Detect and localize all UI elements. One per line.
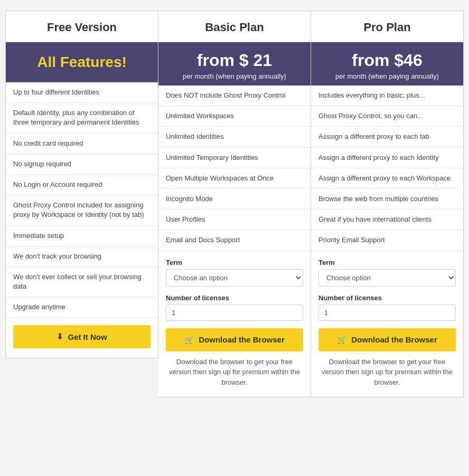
- pro-button-label: Download the Browser: [351, 335, 437, 344]
- term-label-pro: Term: [318, 259, 456, 266]
- list-item: Assign a different proxy to each Workspa…: [311, 168, 463, 189]
- list-item: Assign a different proxy to each Identit…: [311, 148, 463, 168]
- list-item: Browse the web from multiple countries: [311, 189, 463, 210]
- plan-footer-pro: TermChoose optionMonthlyAnnuallyNumber o…: [311, 251, 463, 397]
- features-list-basic: Does NOT include Ghost Proxy ControlUnli…: [158, 85, 311, 251]
- plan-card-free: Free VersionAll Features!Up to four diff…: [5, 11, 158, 358]
- plan-title-free: Free Version: [14, 21, 149, 34]
- list-item: Does NOT include Ghost Proxy Control: [158, 85, 311, 106]
- plan-price-period-basic: per month (when paying annually): [165, 72, 304, 80]
- plan-highlight-pro: from $46per month (when paying annually): [311, 42, 463, 85]
- list-item: Open Multiple Workspaces at Once: [158, 168, 311, 189]
- free-button-label: Get It Now: [68, 332, 107, 341]
- list-item: Priority Email Support: [311, 230, 463, 250]
- licenses-label-basic: Number of licenses: [166, 294, 303, 302]
- plan-card-basic: Basic Planfrom $ 21per month (when payin…: [158, 11, 311, 397]
- licenses-group-basic: Number of licenses: [166, 294, 303, 321]
- list-item: No signup required: [6, 154, 158, 175]
- pricing-container: Free VersionAll Features!Up to four diff…: [5, 11, 464, 397]
- plan-header-pro: Pro Plan: [311, 11, 463, 42]
- licenses-input-basic[interactable]: [166, 304, 303, 321]
- pro-action-button[interactable]: 🛒Download the Browser: [318, 328, 456, 351]
- basic-button-label: Download the Browser: [199, 335, 285, 344]
- download-icon: ⬇: [57, 332, 63, 341]
- plan-title-pro: Pro Plan: [320, 21, 455, 34]
- free-action-button[interactable]: ⬇Get It Now: [13, 325, 151, 348]
- term-group-pro: TermChoose optionMonthlyAnnually: [318, 259, 456, 287]
- list-item: Upgrade anytime: [6, 297, 158, 317]
- cart-icon: 🛒: [184, 335, 194, 345]
- plan-header-free: Free Version: [6, 11, 158, 42]
- list-item: Unlimited Identities: [158, 127, 311, 147]
- download-note-basic: Download the browser to get your free ve…: [166, 357, 303, 388]
- cart-icon: 🛒: [337, 335, 347, 345]
- list-item: We don't ever collect or sell your brows…: [6, 267, 158, 297]
- licenses-input-pro[interactable]: [318, 304, 456, 321]
- list-item: Great if you have international clients: [311, 210, 463, 230]
- features-list-pro: Includes everything in basic, plus...Gho…: [311, 85, 463, 251]
- plan-highlight-basic: from $ 21per month (when paying annually…: [158, 42, 311, 85]
- plan-header-basic: Basic Plan: [158, 11, 311, 42]
- term-select-basic[interactable]: Choose an optionMonthlyAnnually: [166, 269, 303, 287]
- plan-title-basic: Basic Plan: [167, 21, 302, 34]
- term-label-basic: Term: [166, 259, 303, 266]
- list-item: Unlimited Workspaces: [158, 106, 311, 127]
- plan-footer-free: ⬇Get It Now: [6, 317, 158, 358]
- term-select-pro[interactable]: Choose optionMonthlyAnnually: [318, 269, 456, 287]
- list-item: Email and Docs Support: [158, 230, 311, 250]
- list-item: Ghost Proxy Control, so you can...: [311, 106, 463, 127]
- all-features-text: All Features!: [12, 54, 152, 71]
- list-item: Up to four different Identities: [6, 82, 158, 103]
- plan-highlight-free: All Features!: [6, 42, 158, 82]
- plan-price-period-pro: per month (when paying annually): [317, 72, 457, 80]
- list-item: Asssign a different proxy to each tab: [311, 127, 463, 147]
- features-list-free: Up to four different IdentitiesDefault I…: [6, 82, 158, 317]
- list-item: Default Identity, plus any combination o…: [6, 103, 158, 133]
- list-item: No Login or Account required: [6, 175, 158, 195]
- list-item: No credit card required: [6, 134, 158, 154]
- licenses-group-pro: Number of licenses: [318, 294, 456, 321]
- plan-price-basic: from $ 21: [165, 51, 304, 70]
- basic-action-button[interactable]: 🛒Download the Browser: [166, 328, 303, 351]
- list-item: User Profiles: [158, 210, 311, 230]
- download-note-pro: Download the browser to get your free ve…: [318, 357, 456, 388]
- list-item: We don't track your browsing: [6, 246, 158, 267]
- term-group-basic: TermChoose an optionMonthlyAnnually: [166, 259, 303, 287]
- list-item: Includes everything in basic, plus...: [311, 85, 463, 106]
- list-item: Immediate setup: [6, 226, 158, 246]
- list-item: Incognito Mode: [158, 189, 311, 210]
- plan-card-pro: Pro Planfrom $46per month (when paying a…: [311, 11, 464, 397]
- plan-footer-basic: TermChoose an optionMonthlyAnnuallyNumbe…: [158, 251, 311, 397]
- plan-price-pro: from $46: [317, 51, 457, 70]
- list-item: Ghost Proxy Control included for assigni…: [6, 195, 158, 225]
- licenses-label-pro: Number of licenses: [318, 294, 456, 302]
- list-item: Unlimited Temporary Identities: [158, 148, 311, 168]
